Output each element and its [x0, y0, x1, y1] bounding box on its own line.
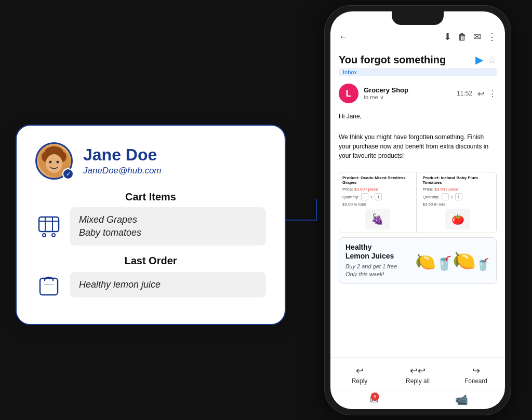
nav-mail[interactable]: ✉ 5 [330, 394, 418, 406]
product2-title: Product: Iceland Baby Plum Tomatoes [423, 175, 494, 185]
lemon-text: HealthyLemon Juices Buy 2 and get 1 free… [345, 243, 411, 278]
forward-label: Forward [464, 377, 487, 385]
body-text: We think you might have forgotten someth… [339, 132, 497, 160]
product1-title: Product: Ocado Mixed Seedless Grapes [342, 175, 413, 185]
user-name: Jane Doe [83, 146, 162, 164]
avatar-wrap: ✓ [35, 142, 73, 180]
sender-more-icon[interactable]: ⋮ [488, 89, 497, 99]
verified-check-icon: ✓ [62, 168, 74, 180]
product1-qty: Quantity: − 1 + [342, 193, 413, 200]
more-icon[interactable]: ⋮ [487, 31, 497, 43]
cart-items-box: Mixed GrapesBaby tomatoes [70, 207, 266, 246]
order-item-text: Healthy lemon juice [79, 279, 161, 290]
sender-actions: ↩ ⋮ [477, 89, 497, 99]
product1-minus[interactable]: − [361, 193, 368, 200]
lemon-banner: HealthyLemon Juices Buy 2 and get 1 free… [339, 237, 497, 284]
product2-qty: Quantity: − 1 + [423, 193, 494, 200]
svg-rect-9 [39, 217, 59, 232]
order-row: Healthy lemon juice [35, 271, 266, 298]
product2-plus[interactable]: + [455, 193, 462, 200]
reply-all-label: Reply all [406, 377, 430, 385]
lemon-icon-2: 🍋 [453, 250, 476, 272]
email-subject: You forgot something [339, 54, 471, 66]
product1-qty-value: 1 [370, 195, 373, 199]
svg-point-14 [52, 234, 55, 237]
bottom-nav: ✉ 5 📹 [330, 390, 505, 409]
lemon-can-icon-2: 🥤 [476, 258, 490, 272]
order-title: Last Order [35, 255, 266, 267]
card-header: ✓ Jane Doe JaneDoe@hub.com [35, 142, 266, 180]
product1-price: $3.00 / piece [354, 187, 378, 192]
reply-bar: ↩ Reply ↩↩ Reply all ↪ Forward [330, 357, 505, 390]
product2-subtotal: $3.50 in total [423, 202, 494, 207]
cart-title: Cart Items [35, 191, 266, 203]
product1-qty-label: Quantity: [342, 195, 359, 199]
lemon-can-icon: 🥤 [436, 255, 453, 272]
cart-items-text: Mixed GrapesBaby tomatoes [79, 214, 141, 238]
nav-video-icon: 📹 [455, 394, 468, 406]
lemon-icon-1: 🍋 [415, 252, 436, 272]
connector-line [285, 220, 317, 221]
archive-icon[interactable]: ⬇ [444, 31, 451, 43]
lemon-title: HealthyLemon Juices [345, 243, 411, 261]
email-body: Hi Jane, We think you might have forgott… [330, 106, 505, 168]
product1-plus[interactable]: + [375, 193, 382, 200]
lemon-promo: Buy 2 and get 1 freeOnly this week! [345, 263, 411, 279]
mail-badge: 5 [371, 392, 379, 401]
nav-video[interactable]: 📹 [418, 394, 505, 406]
sender-time: 11:52 [457, 90, 472, 97]
reply-button-label: Reply [352, 377, 368, 385]
sender-row: L Grocery Shop to me ∨ 11:52 ↩ ⋮ [330, 80, 505, 106]
product1-image: 🍇 [365, 209, 390, 229]
svg-point-8 [57, 161, 59, 164]
cart-row: Mixed GrapesBaby tomatoes [35, 207, 266, 246]
forward-icon: ↪ [472, 365, 480, 376]
product2-price-label: Price: [423, 187, 433, 192]
product2-price: $3.50 / piece [434, 187, 458, 192]
user-email: JaneDoe@hub.com [83, 166, 162, 176]
cart-icon [35, 213, 62, 240]
inbox-badge: Inbox [339, 68, 497, 76]
star-icon[interactable]: ☆ [487, 53, 497, 66]
product1-price-label: Price: [342, 187, 353, 192]
order-item-box: Healthy lemon juice [70, 272, 266, 297]
product2-qty-label: Quantity: [423, 195, 440, 199]
phone-shell: ← ⬇ 🗑 ✉ ⋮ You forgot something ▶ ☆ Inbox… [324, 5, 511, 415]
product-card-1: Product: Ocado Mixed Seedless Grapes Pri… [339, 172, 417, 233]
back-icon[interactable]: ← [339, 32, 348, 43]
svg-point-13 [43, 234, 46, 237]
svg-point-6 [46, 154, 62, 173]
product2-image: 🍅 [445, 209, 470, 229]
svg-rect-15 [40, 278, 58, 295]
trash-icon[interactable]: 🗑 [458, 32, 467, 43]
product-card-2: Product: Iceland Baby Plum Tomatoes Pric… [420, 172, 497, 233]
product-cards: Product: Ocado Mixed Seedless Grapes Pri… [339, 172, 497, 233]
reply-button-icon: ↩ [356, 365, 364, 376]
subject-arrow-icon: ▶ [475, 53, 483, 66]
user-card: ✓ Jane Doe JaneDoe@hub.com Cart Items [16, 125, 286, 325]
forward-button[interactable]: ↪ Forward [447, 362, 505, 388]
product2-qty-value: 1 [451, 195, 453, 199]
cart-section: Cart Items Mixed GrapesBaby tomatoes [35, 191, 266, 246]
reply-button[interactable]: ↩ Reply [330, 362, 389, 388]
subject-row: You forgot something ▶ ☆ [330, 47, 505, 68]
product2-minus[interactable]: − [442, 193, 449, 200]
lemon-cans: 🍋 🥤 🍋 🥤 [415, 250, 490, 272]
sender-info: Grocery Shop to me ∨ [364, 86, 451, 101]
svg-point-7 [49, 161, 52, 164]
reply-all-icon: ↩↩ [410, 365, 425, 376]
order-section: Last Order Healthy lemon juice [35, 255, 266, 298]
sender-name: Grocery Shop [364, 86, 451, 94]
phone-notch [392, 11, 444, 25]
reply-all-button[interactable]: ↩↩ Reply all [389, 362, 447, 388]
greeting: Hi Jane, [339, 112, 497, 121]
reply-icon[interactable]: ↩ [477, 89, 484, 99]
mail-icon[interactable]: ✉ [473, 31, 481, 43]
phone: ← ⬇ 🗑 ✉ ⋮ You forgot something ▶ ☆ Inbox… [324, 5, 511, 415]
sender-avatar: L [339, 84, 358, 103]
sender-to: to me ∨ [364, 94, 451, 101]
name-block: Jane Doe JaneDoe@hub.com [83, 146, 162, 175]
phone-screen: ← ⬇ 🗑 ✉ ⋮ You forgot something ▶ ☆ Inbox… [330, 11, 505, 409]
product1-subtotal: $3.00 in total [342, 202, 413, 207]
bag-icon [35, 271, 62, 298]
